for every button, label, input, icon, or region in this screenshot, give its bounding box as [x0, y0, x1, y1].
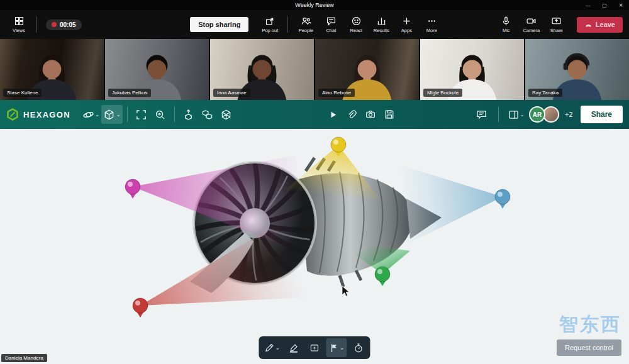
participant-name: Inna Aasmae: [213, 89, 250, 97]
results-button[interactable]: Results: [369, 16, 394, 33]
participant-tile[interactable]: Ray Tanaka: [525, 39, 629, 100]
people-icon: [301, 16, 311, 26]
divider: [498, 107, 499, 122]
view-cube-tool-button[interactable]: ⌄: [101, 105, 123, 124]
flag-tool-button[interactable]: ⌄: [326, 338, 347, 357]
hexagon-share-button[interactable]: Share: [581, 106, 623, 123]
participant-tile[interactable]: Migle Bockute: [420, 39, 524, 100]
people-button[interactable]: People: [293, 16, 318, 33]
comments-button[interactable]: [472, 105, 491, 124]
add-frame-button[interactable]: [305, 338, 324, 357]
annotation-cone-blue: [401, 165, 503, 246]
divider: [36, 16, 37, 33]
play-icon: [328, 109, 338, 120]
meeting-toolbar: Views 00:05 Stop sharing Pop out People …: [0, 10, 629, 39]
wireframe-view-button[interactable]: [217, 105, 236, 124]
share-screen-icon: [551, 16, 562, 26]
zoom-select-button[interactable]: [151, 105, 170, 124]
participant-tile[interactable]: Inna Aasmae: [210, 39, 314, 100]
model-stack-button[interactable]: [198, 105, 217, 124]
attachment-button[interactable]: [342, 105, 361, 124]
minimize-button[interactable]: —: [580, 0, 596, 10]
watermark-logo: 智东西: [559, 312, 621, 338]
views-button[interactable]: Views: [6, 16, 31, 33]
video-camera-icon: [526, 16, 537, 26]
panel-layout-button[interactable]: ⌄: [506, 105, 527, 124]
more-button[interactable]: More: [419, 16, 444, 33]
mic-button[interactable]: Mic: [494, 16, 519, 33]
cube-arrow-up-icon: [182, 109, 194, 121]
avatar-overflow-count[interactable]: +2: [565, 111, 573, 118]
views-label: Views: [13, 28, 25, 33]
grid-views-icon: [14, 16, 25, 26]
share-screen-button[interactable]: Share: [544, 16, 569, 33]
expand-icon: [135, 109, 147, 121]
leave-button[interactable]: Leave: [577, 17, 623, 33]
play-animation-button[interactable]: [323, 105, 342, 124]
participant-tile[interactable]: Stase Kuliene: [0, 39, 104, 100]
flag-icon: [328, 343, 339, 353]
maximize-button[interactable]: ▢: [596, 0, 613, 10]
participant-tile[interactable]: Aino Rebone: [315, 39, 419, 100]
annotation-pin-red[interactable]: [133, 298, 148, 317]
annotation-pin-magenta[interactable]: [125, 179, 140, 199]
window-title: Weekly Review: [295, 2, 333, 8]
divider: [174, 107, 175, 122]
popout-icon: [265, 16, 276, 26]
annotation-pin-blue[interactable]: [495, 189, 510, 209]
participant-name: Ray Tanaka: [528, 89, 562, 97]
window-titlebar: Weekly Review — ▢ ✕: [0, 0, 629, 10]
close-button[interactable]: ✕: [613, 0, 629, 10]
recording-indicator: 00:05: [46, 19, 82, 30]
magnifier-icon: [154, 109, 166, 121]
participant-name: Stase Kuliene: [3, 89, 42, 97]
hexagon-toolbar-right: ⌄ AR +2 Share: [472, 105, 623, 124]
orbit-icon: [82, 109, 94, 121]
react-button[interactable]: React: [343, 16, 369, 33]
ellipsis-icon: [426, 16, 437, 26]
orbit-tool-button[interactable]: ⌄: [81, 105, 102, 124]
annotation-toolbar: ⌄ ⌄: [259, 336, 370, 359]
panel-icon: [508, 109, 520, 121]
mic-icon: [501, 16, 511, 26]
record-dot-icon: [52, 22, 57, 27]
save-button[interactable]: [380, 105, 399, 124]
apps-button[interactable]: Apps: [394, 16, 419, 33]
request-control-button[interactable]: Request control: [557, 339, 621, 356]
participant-name: Migle Bockute: [423, 89, 462, 97]
highlighter-tool-button[interactable]: [284, 338, 303, 357]
timer-tool-button[interactable]: [349, 338, 368, 357]
model-viewport[interactable]: ⌄ ⌄ Daniela Mandera 智东西 Request control: [0, 129, 629, 364]
camera-button[interactable]: Camera: [519, 16, 544, 33]
fit-view-button[interactable]: [132, 105, 151, 124]
avatar[interactable]: AR: [529, 106, 545, 123]
frame-plus-icon: [309, 343, 320, 353]
popout-button[interactable]: Pop out: [257, 16, 282, 33]
chat-icon: [326, 16, 337, 26]
chat-button[interactable]: Chat: [318, 16, 343, 33]
window-controls: — ▢ ✕: [580, 0, 629, 10]
paperclip-icon: [346, 109, 357, 120]
hexagon-logo: HEXAGON: [6, 108, 70, 121]
annotation-cone-yellow: [284, 145, 380, 199]
participant-tile[interactable]: Jokubas Petkus: [105, 39, 209, 100]
participant-name: Aino Rebone: [318, 89, 355, 97]
brand-name: HEXAGON: [23, 110, 70, 119]
plus-icon: [401, 16, 412, 26]
stopwatch-icon: [353, 343, 364, 353]
camera-icon: [365, 109, 376, 120]
model-scene[interactable]: [0, 129, 629, 364]
comment-icon: [476, 109, 487, 121]
stop-sharing-button[interactable]: Stop sharing: [190, 17, 248, 32]
insert-model-button[interactable]: [179, 105, 198, 124]
snapshot-button[interactable]: [361, 105, 380, 124]
wireframe-cube-icon: [220, 109, 232, 121]
presenter-name-tag: Daniela Mandera: [1, 354, 47, 362]
annotation-pin-green[interactable]: [375, 267, 390, 286]
participant-strip: Stase Kuliene Jokubas Petkus Inna Aasmae…: [0, 39, 629, 100]
draw-tool-button[interactable]: ⌄: [261, 338, 282, 357]
highlighter-icon: [289, 343, 299, 353]
cube-icon: [103, 109, 115, 121]
pen-icon: [264, 343, 274, 353]
stacked-cubes-icon: [201, 109, 213, 121]
